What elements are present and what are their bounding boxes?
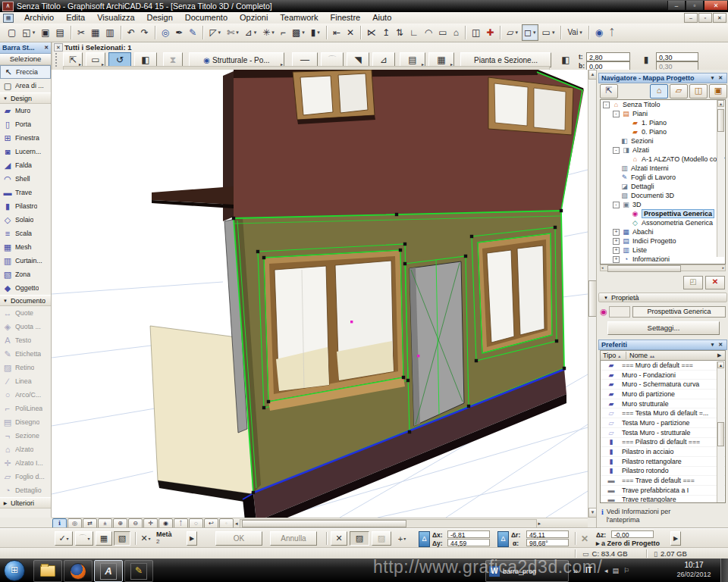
infobox-close-icon[interactable]: ✕	[54, 43, 63, 52]
tool-item[interactable]: ⌐ PoliLinea	[0, 402, 51, 415]
viewnav-button[interactable]: ◎	[67, 518, 82, 529]
favorite-item[interactable]: ▮ Pilastro rettangolare	[601, 457, 725, 467]
toolbar-button[interactable]: ⊿	[243, 24, 259, 41]
tool-item[interactable]: ⊞ Finestra	[0, 131, 51, 145]
tool-item[interactable]: ✛ Alzato I...	[0, 456, 51, 470]
start-button[interactable]: ⊞	[4, 560, 25, 581]
hatch-option-2-button[interactable]: ▦▸	[428, 52, 454, 67]
renovation-filter-button[interactable]: ◉ Strutturale - Po...▸	[189, 52, 284, 67]
tool-item[interactable]: ▱ Foglio d...	[0, 470, 51, 483]
toolbar-button[interactable]: ▭	[436, 24, 449, 41]
tree-item[interactable]: ▰ 1. Piano	[601, 118, 725, 127]
toolbar-button[interactable]: ↶	[125, 24, 137, 41]
navigator-close-icon[interactable]: ✕	[718, 75, 724, 80]
tool-item[interactable]: ◈ Quota ...	[0, 320, 51, 333]
toolbar-button[interactable]: ▦	[89, 24, 102, 41]
origin-expand-button[interactable]: ▶	[670, 531, 681, 546]
menu-item[interactable]: Edita	[60, 12, 91, 23]
polygon-method-button[interactable]: ⊿	[372, 52, 395, 67]
toolbar-button[interactable]: ◫	[469, 24, 482, 41]
viewport-hscrollbar[interactable]	[240, 519, 537, 528]
viewnav-button[interactable]: ◦	[219, 518, 234, 529]
close-button[interactable]: ✕	[704, 1, 728, 11]
toolbar-button[interactable]	[71, 26, 71, 39]
tool-item[interactable]: ⌂ Alzato	[0, 443, 51, 456]
house-3d-model[interactable]	[52, 70, 588, 518]
selection-settings-button[interactable]: ⇱▸	[63, 52, 83, 67]
toolbar-button[interactable]: ✂	[75, 24, 87, 41]
clone-viewpoint-button[interactable]: ◰	[683, 276, 703, 289]
tool-item[interactable]: ↔ Quote	[0, 306, 51, 320]
cancel-button[interactable]: Annulla	[270, 531, 317, 546]
toolbar-button[interactable]	[465, 26, 466, 39]
navigator-menu-icon[interactable]: ▾	[711, 75, 716, 80]
toolbar-button[interactable]: ᛏ	[607, 24, 617, 41]
tool-item[interactable]: ○ Arco/C...	[0, 388, 51, 402]
toolbar-button[interactable]	[500, 26, 500, 39]
menu-item[interactable]: Archivio	[18, 12, 60, 23]
menu-item[interactable]: Visualizza	[91, 12, 140, 23]
favorite-item[interactable]: ▮ Pilastro in acciaio	[601, 447, 725, 457]
tree-expander-icon[interactable]: -	[613, 202, 620, 208]
toolbar-button[interactable]: ✳	[260, 24, 277, 41]
toolbar-button[interactable]	[588, 26, 589, 39]
thickness-top-input[interactable]: 0,30	[656, 52, 698, 61]
menu-item[interactable]: Teamwork	[274, 12, 324, 23]
show-desktop-button[interactable]	[720, 559, 728, 582]
tree-expander-icon[interactable]: +	[613, 256, 620, 263]
toolbar-button[interactable]: ⇤	[331, 24, 343, 41]
properties-section-header[interactable]: ▼ Proprietà	[598, 293, 727, 302]
toolbar-button[interactable]: ◻	[522, 24, 538, 41]
toolbar-button[interactable]: ▮	[309, 24, 322, 41]
tool-item[interactable]: ≡ Scala	[0, 227, 51, 240]
tool-item[interactable]: ◙ Lucern...	[0, 145, 51, 158]
favorite-item[interactable]: ▮ Pilastro rotondo	[601, 467, 725, 477]
tree-item[interactable]: ✎ Fogli di Lavoro	[601, 173, 725, 182]
wall-top-input[interactable]: 2,80	[586, 52, 630, 61]
toolbar-button[interactable]: ⇅	[394, 24, 406, 41]
column-tipo[interactable]: Tipo▴	[601, 352, 626, 359]
tool-item[interactable]: ▥ Curtain...	[0, 254, 51, 268]
favorite-item[interactable]: ▱ Testa Muro - partizione	[601, 418, 725, 428]
magic-wand-button[interactable]: ▧	[114, 531, 130, 546]
tree-item[interactable]: ◧ Sezioni	[601, 136, 725, 146]
tree-expander-icon[interactable]: -	[613, 111, 620, 117]
viewnav-button[interactable]: ᛏ	[174, 518, 188, 529]
favorite-item[interactable]: ▰ Muro strutturale	[601, 399, 725, 409]
tool-item[interactable]: ▧ Zona	[0, 268, 51, 281]
suspend-groups-button[interactable]: ✕	[331, 531, 347, 546]
toolbar-button[interactable]: ▱	[504, 24, 520, 41]
tree-expander-icon[interactable]: +	[613, 247, 620, 254]
tree-item[interactable]: + ◔ Informazioni	[601, 255, 725, 264]
navigator-header[interactable]: Navigatore - Mappa Progetto ▾ ✕	[598, 73, 727, 83]
favorite-item[interactable]: ▰ === Muro di default ===	[601, 361, 725, 371]
hscroll-left-icon[interactable]: ◂	[235, 521, 238, 527]
favorite-item[interactable]: ▮ === Pilastro di default ===	[601, 438, 725, 448]
menu-item[interactable]: Finestre	[324, 12, 366, 23]
toolbar-button[interactable]: ◎	[159, 24, 171, 41]
toolbar-button[interactable]: ◉	[593, 24, 605, 41]
viewnav-button[interactable]: ℹ	[52, 518, 67, 529]
taskbar-archicad-button[interactable]: A	[94, 560, 123, 582]
tree-item[interactable]: ▧ Documenti 3D	[601, 191, 725, 200]
tool-item[interactable]: ◠ Shell	[0, 172, 51, 186]
taskbar-pen-app-button[interactable]: ✎	[124, 560, 153, 582]
viewnav-button[interactable]: ⊕	[113, 518, 127, 529]
tree-item[interactable]: - ▣ 3D	[601, 200, 725, 209]
tool-item[interactable]: ◢ Falda	[0, 158, 51, 172]
viewport-3d[interactable]	[52, 70, 588, 518]
tool-item[interactable]: ◇ Solaio	[0, 213, 51, 227]
publisher-button[interactable]: ▣	[709, 84, 727, 99]
favorite-item[interactable]: ▬ Trave prefabbricata a I	[601, 486, 725, 496]
add-coordinate-button[interactable]: +▾	[394, 531, 410, 546]
line-method-button[interactable]: —	[292, 52, 318, 67]
tool-item[interactable]: ▮ Pilastro	[0, 199, 51, 213]
tree-item[interactable]: + ▥ Liste	[601, 246, 725, 255]
toolbar-button[interactable]: ◸	[207, 24, 223, 41]
construction-method-button[interactable]: ⌒▾	[75, 531, 93, 546]
tree-item[interactable]: ⌂ A-1 ALZATO (Modello con r	[601, 155, 725, 164]
toolbar-button[interactable]: ↷	[139, 24, 151, 41]
toolbar-button[interactable]: ▩	[290, 24, 307, 41]
tool-item[interactable]: ▦ Mesh	[0, 240, 51, 254]
toolbar-button[interactable]: ▥	[103, 24, 116, 41]
